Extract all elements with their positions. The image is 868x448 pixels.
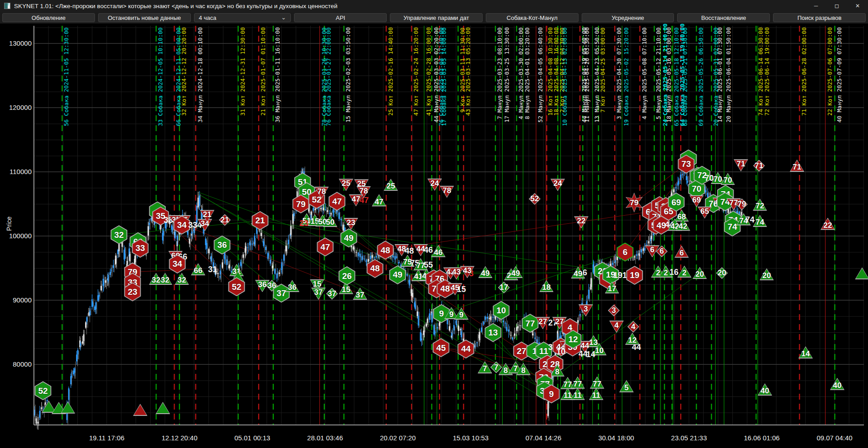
signal-marker-49[interactable]: 49 xyxy=(478,266,493,278)
signal-marker-6[interactable]: 6 xyxy=(616,243,634,262)
signal-marker-79[interactable]: 79 xyxy=(292,194,310,213)
signal-marker-9[interactable]: 9 xyxy=(454,307,469,320)
signal-marker-17[interactable]: 17 xyxy=(498,282,510,293)
minimize-button[interactable]: ─ xyxy=(806,0,826,12)
signal-marker-52[interactable]: 52 xyxy=(228,277,246,296)
signal-marker-71[interactable]: 71 xyxy=(734,159,748,171)
signal-marker-70[interactable]: 70 xyxy=(721,173,735,185)
signal-marker-40[interactable]: 40 xyxy=(758,383,772,396)
signal-marker-19[interactable]: 19 xyxy=(626,266,644,285)
signal-marker-46[interactable]: 46 xyxy=(431,245,446,257)
signal-marker-6[interactable]: 6 xyxy=(674,245,689,258)
signal-marker-77[interactable]: 77 xyxy=(590,377,604,389)
averaging-button[interactable]: Усреднение xyxy=(582,13,674,22)
signal-marker-49[interactable]: 49 xyxy=(340,228,358,247)
signal-marker-36[interactable]: 36 xyxy=(213,236,231,255)
timeframe-select[interactable]: 4 часа⌄ xyxy=(194,13,291,22)
signal-marker-8[interactable]: 8 xyxy=(516,363,531,375)
signal-marker-71[interactable]: 71 xyxy=(790,160,804,172)
date-pairs-button[interactable]: Управление парами дат xyxy=(390,13,483,22)
signal-marker-18[interactable]: 18 xyxy=(539,280,554,292)
signal-marker-23[interactable]: 23 xyxy=(123,283,142,302)
signal-marker-11[interactable]: 11 xyxy=(570,388,585,400)
api-button[interactable]: API xyxy=(294,13,387,22)
signal-marker-25[interactable]: 25 xyxy=(339,179,353,191)
signal-marker-78[interactable]: 78 xyxy=(440,186,454,198)
signal-marker-79[interactable]: 79 xyxy=(736,198,748,210)
signal-marker-21[interactable]: 21 xyxy=(200,210,214,222)
stop-new-data-button[interactable]: Остановить новые данные xyxy=(98,13,191,22)
signal-marker-3[interactable]: 3 xyxy=(608,305,620,316)
maximize-button[interactable]: ◻ xyxy=(826,0,847,12)
signal-marker-72[interactable]: 72 xyxy=(753,198,767,211)
signal-marker-20[interactable]: 20 xyxy=(716,267,728,279)
signal-marker-32[interactable]: 32 xyxy=(175,273,189,285)
signal-marker-32[interactable]: 32 xyxy=(158,273,172,285)
signal-marker-21[interactable]: 21 xyxy=(251,211,269,230)
signal-marker-17[interactable]: 17 xyxy=(605,281,619,293)
signal-marker-45[interactable]: 45 xyxy=(432,338,450,357)
refresh-button[interactable]: Обновление xyxy=(2,13,95,22)
signal-marker-77[interactable]: 77 xyxy=(570,377,585,389)
signal-marker-25[interactable]: 25 xyxy=(384,179,398,191)
signal-marker-44[interactable]: 44 xyxy=(457,340,475,358)
signal-marker-21[interactable]: 21 xyxy=(219,214,231,226)
signal-marker-50[interactable]: 50 xyxy=(323,215,337,227)
signal-marker-47[interactable]: 47 xyxy=(372,194,386,207)
gap-search-button[interactable]: Поиск разрывов xyxy=(773,13,866,22)
signal-marker-37[interactable]: 37 xyxy=(311,288,326,300)
signal-marker-13[interactable]: 13 xyxy=(484,323,502,342)
signal-marker-65[interactable]: 65 xyxy=(697,207,712,219)
signal-marker-78[interactable]: 78 xyxy=(314,187,329,199)
signal-marker-11[interactable]: 11 xyxy=(589,388,603,400)
signal-marker-20[interactable]: 20 xyxy=(693,267,707,279)
signal-marker-24[interactable]: 24 xyxy=(550,179,565,191)
signal-marker-2[interactable]: 2 xyxy=(677,265,692,278)
signal-marker-19[interactable]: 19 xyxy=(613,271,622,279)
signal-marker-36[interactable]: 36 xyxy=(285,280,299,292)
signal-marker-6[interactable]: 6 xyxy=(583,269,587,277)
signal-marker-26[interactable]: 26 xyxy=(338,266,356,285)
signal-marker-gu[interactable] xyxy=(156,402,170,414)
signal-marker-5[interactable]: 5 xyxy=(619,380,634,392)
signal-marker-34[interactable]: 34 xyxy=(168,255,186,274)
signal-marker-22[interactable]: 22 xyxy=(821,218,835,230)
signal-marker-gu[interactable] xyxy=(61,401,75,414)
signal-marker-4[interactable]: 4 xyxy=(609,321,624,333)
signal-marker-52[interactable]: 52 xyxy=(34,381,52,400)
signal-marker-14[interactable]: 14 xyxy=(586,350,595,358)
signal-marker-49[interactable]: 49 xyxy=(389,265,407,284)
signal-marker-23[interactable]: 23 xyxy=(299,219,308,227)
signal-marker-33[interactable]: 33 xyxy=(131,239,149,258)
recovery-button[interactable]: Восстановление xyxy=(677,13,770,22)
signal-marker-10[interactable]: 10 xyxy=(492,301,510,320)
signal-marker-55[interactable]: 55 xyxy=(424,261,433,269)
signal-marker-gu[interactable] xyxy=(855,267,868,279)
signal-marker-9[interactable]: 9 xyxy=(542,384,560,403)
signal-marker-12[interactable]: 12 xyxy=(564,330,582,349)
signal-marker-31[interactable]: 31 xyxy=(208,265,217,274)
signal-marker-69[interactable]: 69 xyxy=(689,195,704,207)
signal-marker-52[interactable]: 52 xyxy=(529,193,541,205)
signal-marker-47[interactable]: 47 xyxy=(328,192,346,211)
signal-marker-74[interactable]: 74 xyxy=(753,215,767,227)
signal-marker-20[interactable]: 20 xyxy=(759,268,774,280)
signal-marker-rus[interactable] xyxy=(133,404,147,416)
signal-marker-37[interactable]: 37 xyxy=(326,288,338,300)
signal-marker-48[interactable]: 48 xyxy=(366,259,384,278)
dog-cat-manul-button[interactable]: Собака-Кот-Манул xyxy=(486,13,579,22)
signal-marker-69[interactable]: 69 xyxy=(667,193,685,212)
signal-marker-22[interactable]: 22 xyxy=(574,216,588,228)
signal-marker-37[interactable]: 37 xyxy=(353,288,367,300)
signal-marker-14[interactable]: 14 xyxy=(798,346,813,358)
signal-marker-3[interactable]: 3 xyxy=(579,304,593,316)
signal-marker-66[interactable]: 66 xyxy=(191,263,205,275)
signal-marker-15[interactable]: 15 xyxy=(457,285,466,293)
close-button[interactable]: ✕ xyxy=(847,0,868,12)
signal-marker-47[interactable]: 47 xyxy=(360,196,369,204)
signal-marker-6[interactable]: 6 xyxy=(656,245,668,257)
signal-marker-43[interactable]: 43 xyxy=(460,266,474,278)
signal-marker-42[interactable]: 42 xyxy=(676,219,690,231)
signal-marker-49[interactable]: 49 xyxy=(508,266,523,278)
signal-marker-71[interactable]: 71 xyxy=(753,160,765,172)
